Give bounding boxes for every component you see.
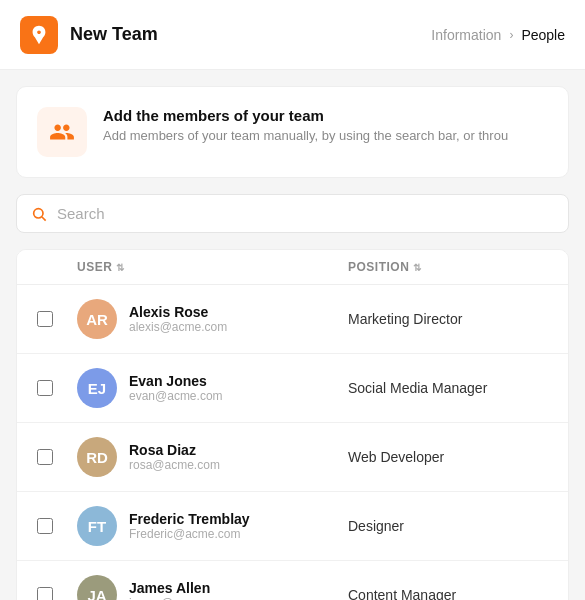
row-checkbox-wrap[interactable] bbox=[37, 587, 77, 600]
users-table: USER ⇅ POSITION ⇅ AR Alexis Rose alexis@… bbox=[16, 249, 569, 600]
table-row: EJ Evan Jones evan@acme.com Social Media… bbox=[17, 354, 568, 423]
people-icon bbox=[49, 119, 75, 145]
search-icon bbox=[31, 206, 47, 222]
nav-info[interactable]: Information bbox=[431, 27, 501, 43]
banner-title: Add the members of your team bbox=[103, 107, 508, 124]
row-checkbox[interactable] bbox=[37, 449, 53, 465]
row-checkbox-wrap[interactable] bbox=[37, 311, 77, 327]
chevron-icon: › bbox=[509, 28, 513, 42]
position-sort-icon[interactable]: ⇅ bbox=[413, 262, 422, 273]
avatar: JA bbox=[77, 575, 117, 600]
user-email: evan@acme.com bbox=[129, 389, 223, 403]
user-info: Frederic Tremblay Frederic@acme.com bbox=[129, 511, 250, 541]
user-email: alexis@acme.com bbox=[129, 320, 227, 334]
user-name: Frederic Tremblay bbox=[129, 511, 250, 527]
table-body: AR Alexis Rose alexis@acme.com Marketing… bbox=[17, 285, 568, 600]
banner-text: Add the members of your team Add members… bbox=[103, 107, 508, 143]
avatar: EJ bbox=[77, 368, 117, 408]
svg-line-1 bbox=[42, 217, 46, 221]
user-email: james@acme.com bbox=[129, 596, 229, 600]
row-checkbox[interactable] bbox=[37, 518, 53, 534]
banner-description: Add members of your team manually, by us… bbox=[103, 128, 508, 143]
row-checkbox-wrap[interactable] bbox=[37, 380, 77, 396]
user-name: James Allen bbox=[129, 580, 229, 596]
row-checkbox-wrap[interactable] bbox=[37, 449, 77, 465]
user-info: Evan Jones evan@acme.com bbox=[129, 373, 223, 403]
row-user-cell: RD Rosa Diaz rosa@acme.com bbox=[77, 437, 348, 477]
main-content: Add the members of your team Add members… bbox=[0, 70, 585, 600]
avatar: AR bbox=[77, 299, 117, 339]
row-position-cell: Marketing Director bbox=[348, 311, 548, 327]
logo-icon bbox=[28, 24, 50, 46]
user-name: Evan Jones bbox=[129, 373, 223, 389]
search-bar[interactable] bbox=[16, 194, 569, 233]
page-title: New Team bbox=[70, 24, 431, 45]
table-row: FT Frederic Tremblay Frederic@acme.com D… bbox=[17, 492, 568, 561]
user-email: rosa@acme.com bbox=[129, 458, 220, 472]
svg-point-0 bbox=[34, 208, 43, 217]
header-position-col: POSITION ⇅ bbox=[348, 260, 548, 274]
user-info: James Allen james@acme.com bbox=[129, 580, 229, 600]
row-user-cell: AR Alexis Rose alexis@acme.com bbox=[77, 299, 348, 339]
row-user-cell: JA James Allen james@acme.com bbox=[77, 575, 348, 600]
row-position-cell: Web Developer bbox=[348, 449, 548, 465]
row-checkbox[interactable] bbox=[37, 587, 53, 600]
app-logo bbox=[20, 16, 58, 54]
user-sort-icon[interactable]: ⇅ bbox=[116, 262, 125, 273]
row-checkbox-wrap[interactable] bbox=[37, 518, 77, 534]
header-check-col bbox=[37, 260, 77, 274]
row-user-cell: EJ Evan Jones evan@acme.com bbox=[77, 368, 348, 408]
banner-icon-wrap bbox=[37, 107, 87, 157]
header: New Team Information › People bbox=[0, 0, 585, 70]
user-name: Alexis Rose bbox=[129, 304, 227, 320]
table-row: JA James Allen james@acme.com Content Ma… bbox=[17, 561, 568, 600]
breadcrumb: Information › People bbox=[431, 27, 565, 43]
nav-people: People bbox=[521, 27, 565, 43]
row-position-cell: Content Manager bbox=[348, 587, 548, 600]
row-user-cell: FT Frederic Tremblay Frederic@acme.com bbox=[77, 506, 348, 546]
user-name: Rosa Diaz bbox=[129, 442, 220, 458]
row-position-cell: Social Media Manager bbox=[348, 380, 548, 396]
header-user-col: USER ⇅ bbox=[77, 260, 348, 274]
table-row: AR Alexis Rose alexis@acme.com Marketing… bbox=[17, 285, 568, 354]
user-email: Frederic@acme.com bbox=[129, 527, 250, 541]
table-header: USER ⇅ POSITION ⇅ bbox=[17, 250, 568, 285]
row-position-cell: Designer bbox=[348, 518, 548, 534]
info-banner: Add the members of your team Add members… bbox=[16, 86, 569, 178]
user-info: Rosa Diaz rosa@acme.com bbox=[129, 442, 220, 472]
user-info: Alexis Rose alexis@acme.com bbox=[129, 304, 227, 334]
avatar: FT bbox=[77, 506, 117, 546]
search-input[interactable] bbox=[57, 205, 554, 222]
avatar: RD bbox=[77, 437, 117, 477]
table-row: RD Rosa Diaz rosa@acme.com Web Developer bbox=[17, 423, 568, 492]
row-checkbox[interactable] bbox=[37, 311, 53, 327]
row-checkbox[interactable] bbox=[37, 380, 53, 396]
